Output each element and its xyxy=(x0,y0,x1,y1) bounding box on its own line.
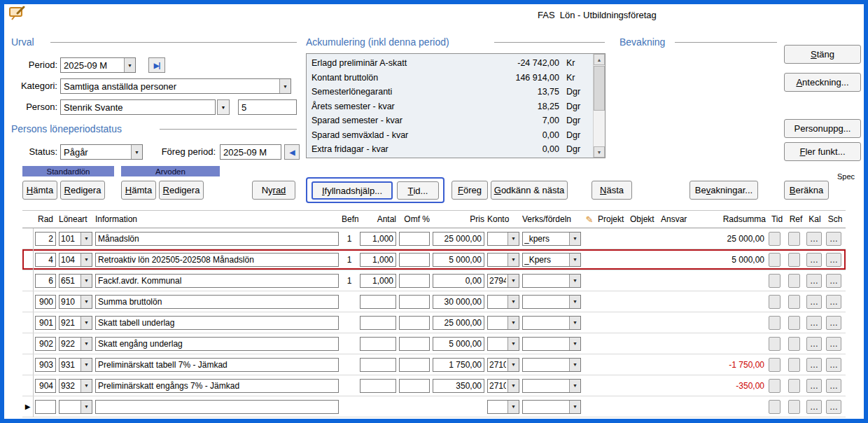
row-kal-button[interactable]: … xyxy=(806,400,822,414)
row-sch-button[interactable]: … xyxy=(826,316,841,330)
antal-input[interactable] xyxy=(360,379,396,393)
chevron-down-icon[interactable]: ▼ xyxy=(80,254,92,266)
verks-input[interactable] xyxy=(523,317,569,329)
row-kal-button[interactable]: … xyxy=(806,253,822,267)
rad-input[interactable] xyxy=(35,316,56,330)
rad-input[interactable] xyxy=(35,358,56,372)
omf-input[interactable] xyxy=(399,253,430,267)
row-tid-button[interactable] xyxy=(769,337,780,351)
verks-combo[interactable]: ▼ xyxy=(522,358,581,372)
antal-input[interactable] xyxy=(360,232,396,246)
loneart-combo[interactable]: ▼ xyxy=(59,358,92,372)
chevron-down-icon[interactable]: ▼ xyxy=(507,296,519,308)
rad-input[interactable] xyxy=(35,253,56,267)
row-kal-button[interactable]: … xyxy=(806,337,822,351)
konto-combo[interactable]: ▼ xyxy=(487,400,519,414)
row-selector-cell[interactable]: ▶ xyxy=(22,333,34,354)
omf-input[interactable] xyxy=(399,274,430,288)
verks-combo[interactable]: ▼ xyxy=(522,232,581,246)
chevron-down-icon[interactable]: ▼ xyxy=(80,233,92,245)
prev-period-button[interactable]: ◀ xyxy=(284,144,300,160)
konto-combo[interactable]: ▼ xyxy=(487,358,519,372)
status-input[interactable] xyxy=(61,145,131,159)
anteckning-button[interactable]: Anteckning... xyxy=(784,73,861,92)
row-kal-button[interactable]: … xyxy=(806,232,822,246)
period-input[interactable] xyxy=(61,58,124,72)
ifyllnadshjalp-button[interactable]: Ifyllnadshjälp... xyxy=(312,181,393,200)
row-selector-cell[interactable]: ▶ xyxy=(22,312,34,333)
row-tid-button[interactable] xyxy=(769,253,780,267)
tab-arvoden[interactable]: Arvoden xyxy=(121,166,220,176)
loneart-input[interactable] xyxy=(59,275,80,287)
pris-input[interactable] xyxy=(433,379,484,393)
chevron-down-icon[interactable]: ▼ xyxy=(569,401,580,413)
row-selector-cell[interactable]: ▶ xyxy=(22,354,34,375)
redigera-arvoden-button[interactable]: Redigera xyxy=(159,181,204,200)
row-kal-button[interactable]: … xyxy=(806,358,822,372)
row-sch-button[interactable]: … xyxy=(826,232,841,246)
ny-rad-button[interactable]: Ny rad xyxy=(252,181,295,200)
chevron-down-icon[interactable]: ▼ xyxy=(507,359,519,371)
foreg-period-input[interactable] xyxy=(220,144,281,160)
scroll-thumb[interactable] xyxy=(594,66,605,111)
chevron-down-icon[interactable]: ▼ xyxy=(80,317,92,329)
information-input[interactable] xyxy=(95,316,339,330)
loneart-combo[interactable]: ▼ xyxy=(59,337,92,351)
pris-input[interactable] xyxy=(433,316,484,330)
chevron-down-icon[interactable]: ▼ xyxy=(569,338,580,350)
verks-combo[interactable]: ▼ xyxy=(522,400,581,414)
konto-combo[interactable]: ▼ xyxy=(487,295,519,309)
antal-input[interactable] xyxy=(360,253,396,267)
row-ref-button[interactable] xyxy=(788,232,800,246)
konto-input[interactable] xyxy=(488,275,507,287)
row-tid-button[interactable] xyxy=(769,400,780,414)
row-ref-button[interactable] xyxy=(788,400,800,414)
verks-input[interactable] xyxy=(523,254,569,266)
loneart-combo[interactable]: ▼ xyxy=(59,316,92,330)
antal-input[interactable] xyxy=(360,274,396,288)
chevron-down-icon[interactable]: ▼ xyxy=(507,338,519,350)
antal-input[interactable] xyxy=(360,337,396,351)
row-sch-button[interactable]: … xyxy=(826,379,841,393)
kategori-input[interactable] xyxy=(61,79,279,93)
chevron-down-icon[interactable]: ▼ xyxy=(569,233,580,245)
loneart-combo[interactable]: ▼ xyxy=(59,295,92,309)
loneart-combo[interactable]: ▼ xyxy=(59,274,92,288)
scrollbar[interactable]: ▲ ▼ xyxy=(593,54,605,158)
fler-funkt-button[interactable]: Fler funkt... xyxy=(784,142,861,161)
row-sch-button[interactable]: … xyxy=(826,358,841,372)
information-input[interactable] xyxy=(95,232,339,246)
verks-input[interactable] xyxy=(523,338,569,350)
loneart-input[interactable] xyxy=(59,338,80,350)
konto-input[interactable] xyxy=(488,254,507,266)
omf-input[interactable] xyxy=(399,379,430,393)
omf-input[interactable] xyxy=(399,358,430,372)
konto-input[interactable] xyxy=(488,338,507,350)
row-tid-button[interactable] xyxy=(769,232,780,246)
godkann-nasta-button[interactable]: Godkänn & nästa xyxy=(491,181,568,200)
row-ref-button[interactable] xyxy=(788,295,800,309)
omf-input[interactable] xyxy=(399,316,430,330)
chevron-down-icon[interactable]: ▼ xyxy=(507,254,519,266)
konto-combo[interactable]: ▼ xyxy=(487,337,519,351)
chevron-down-icon[interactable]: ▼ xyxy=(279,79,290,93)
rad-input[interactable] xyxy=(35,274,56,288)
row-ref-button[interactable] xyxy=(788,316,800,330)
loneart-input[interactable] xyxy=(59,401,80,413)
chevron-down-icon[interactable]: ▼ xyxy=(131,145,142,159)
pris-input[interactable] xyxy=(433,253,484,267)
konto-input[interactable] xyxy=(488,233,507,245)
omf-input[interactable] xyxy=(399,232,430,246)
nasta-button[interactable]: Nästa xyxy=(592,181,632,200)
rad-input[interactable] xyxy=(35,232,56,246)
chevron-down-icon[interactable]: ▼ xyxy=(80,359,92,371)
status-combo[interactable]: ▼ xyxy=(60,144,143,160)
row-tid-button[interactable] xyxy=(769,316,780,330)
chevron-down-icon[interactable]: ▼ xyxy=(507,233,519,245)
verks-combo[interactable]: ▼ xyxy=(522,316,581,330)
verks-combo[interactable]: ▼ xyxy=(522,253,581,267)
row-selector-cell[interactable]: ▶ xyxy=(22,249,34,270)
verks-combo[interactable]: ▼ xyxy=(522,337,581,351)
rad-input[interactable] xyxy=(35,337,56,351)
loneart-input[interactable] xyxy=(59,380,80,392)
